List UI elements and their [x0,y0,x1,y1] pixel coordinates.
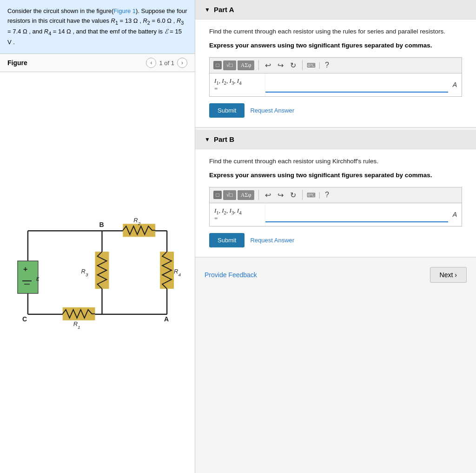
part-b-content: Find the current through each resistor u… [195,149,476,258]
part-a-separator1 [258,60,259,70]
part-a-request-answer-link[interactable]: Request Answer [250,107,294,114]
part-b-redo-btn[interactable]: ↪ [276,190,285,200]
svg-text:+: + [23,265,27,273]
svg-text:ε: ε [36,274,40,282]
part-a-refresh-btn[interactable]: ↻ [288,60,298,71]
figure-link[interactable]: Figure 1 [113,7,136,14]
next-button[interactable]: Next › [430,267,467,283]
circuit-diagram-area: + ε R1 R2 R3 [0,72,195,473]
svg-text:B: B [99,221,104,228]
figure-nav-text: 1 of 1 [159,60,174,67]
part-b-sqrt-btn[interactable]: √□ [223,190,236,200]
part-a-separator3: | [318,61,320,69]
part-b-description: Find the current through each resistor u… [209,157,462,166]
figure-next-button[interactable]: › [177,58,187,68]
figure-title: Figure [7,59,27,67]
part-a-instruction: Express your answers using two significa… [209,41,462,50]
part-a-math-toolbar: □ √□ ΑΣφ ↩ ↪ ↻ ⌨ | ? [209,57,462,73]
svg-text:R4: R4 [174,268,181,277]
part-b-instruction: Express your answers using two significa… [209,171,462,180]
part-b-label: Part B [214,135,234,143]
part-a-answer-unit: A [448,77,462,92]
bottom-bar: Provide Feedback Next › [195,260,476,290]
part-a-ase-btn[interactable]: ΑΣφ [238,60,255,70]
figure-prev-button[interactable]: ‹ [146,58,156,68]
part-b-separator3: | [318,191,320,199]
part-b-refresh-btn[interactable]: ↻ [288,190,298,200]
part-a-action-row: Submit Request Answer [209,103,462,118]
part-a-header: ▼ Part A [195,0,476,20]
svg-text:R3: R3 [81,268,88,277]
left-panel: Consider the circuit shown in the figure… [0,0,195,473]
part-b-answer-unit: A [448,207,462,222]
right-panel: ▼ Part A Find the current through each r… [195,0,476,473]
part-a-square-btn[interactable]: □ [213,61,222,69]
svg-text:C: C [22,315,27,323]
part-a-content: Find the current through each resistor u… [195,20,476,128]
svg-rect-6 [18,261,38,293]
part-a-section: ▼ Part A Find the current through each r… [195,0,476,128]
part-b-answer-row: I1, I2, I3, I4= A [209,203,462,227]
part-b-answer-input[interactable] [265,207,448,222]
part-b-action-row: Submit Request Answer [209,233,462,247]
part-a-toolbar-group1: □ √□ ΑΣφ [213,60,254,70]
problem-statement: Consider the circuit shown in the figure… [0,0,195,54]
next-arrow-icon: › [455,271,457,279]
part-b-ase-btn[interactable]: ΑΣφ [238,190,255,200]
part-b-collapse-icon[interactable]: ▼ [205,136,210,143]
part-b-undo-btn[interactable]: ↩ [263,190,273,200]
part-a-keyboard-icon: ⌨ [307,62,316,69]
part-a-answer-row: I1, I2, I3, I4= A [209,73,462,97]
next-button-label: Next [440,271,453,279]
part-b-request-answer-link[interactable]: Request Answer [250,237,294,244]
svg-text:R1: R1 [73,320,80,330]
part-b-separator2 [302,190,303,200]
part-a-help-btn[interactable]: ? [323,60,331,70]
part-b-toolbar-group1: □ √□ ΑΣφ [213,190,254,200]
figure-nav: ‹ 1 of 1 › [146,58,187,68]
problem-text-intro: Consider the circuit shown in the figure… [7,7,113,14]
part-a-collapse-icon[interactable]: ▼ [205,7,210,13]
part-b-section: ▼ Part B Find the current through each r… [195,130,476,258]
part-a-sqrt-btn[interactable]: √□ [223,60,236,70]
part-a-description: Find the current through each resistor u… [209,27,462,36]
part-a-answer-label: I1, I2, I3, I4= [210,73,265,97]
part-b-help-btn[interactable]: ? [323,190,331,200]
part-a-separator2 [302,60,303,70]
part-a-answer-input[interactable] [265,77,448,93]
part-a-label: Part A [214,6,234,13]
provide-feedback-link[interactable]: Provide Feedback [205,271,257,279]
part-b-answer-label: I1, I2, I3, I4= [210,203,265,227]
part-a-undo-btn[interactable]: ↩ [263,60,273,71]
part-b-header: ▼ Part B [195,130,476,149]
part-b-separator1 [258,190,259,200]
part-b-keyboard-icon: ⌨ [307,192,316,199]
part-b-square-btn[interactable]: □ [213,191,222,199]
part-a-redo-btn[interactable]: ↪ [276,60,285,71]
part-b-submit-button[interactable]: Submit [209,233,245,247]
figure-section: Figure ‹ 1 of 1 › [0,54,195,473]
figure-header: Figure ‹ 1 of 1 › [0,54,195,72]
circuit-diagram: + ε R1 R2 R3 [9,212,185,333]
svg-text:A: A [164,315,169,323]
part-b-math-toolbar: □ √□ ΑΣφ ↩ ↪ ↻ ⌨ | ? [209,187,462,203]
part-a-submit-button[interactable]: Submit [209,103,245,118]
